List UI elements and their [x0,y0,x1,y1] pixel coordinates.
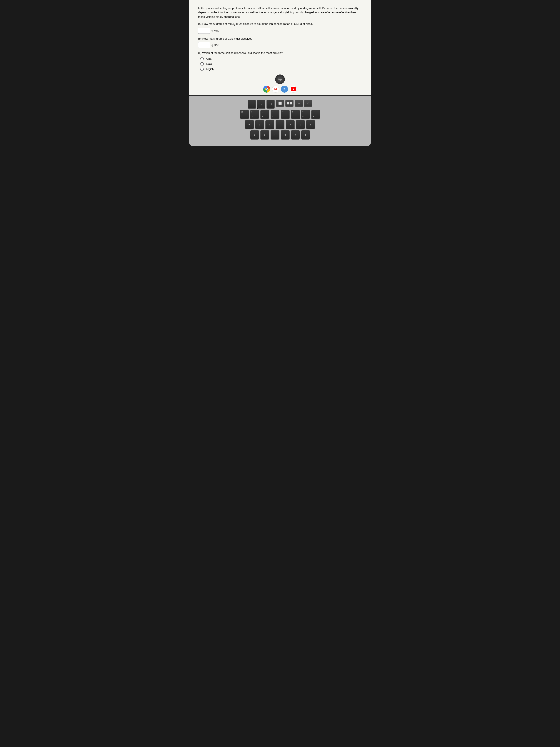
part-a-question: (a) How many grams of MgCl2 must dissolv… [198,22,362,26]
svg-point-2 [266,88,267,90]
key-4[interactable]: $ 4 [260,110,269,119]
key-r[interactable]: r [265,120,274,129]
label-nacl: NaCl [206,62,212,66]
key-row-function: ← → ↺ ⬜ ⬜⬜ ☼ ☼ [194,100,366,108]
key-2[interactable]: @ 2 [240,110,249,119]
key-window[interactable]: ⬜⬜ [285,100,294,107]
radio-nacl[interactable] [201,62,204,66]
key-3[interactable]: # 3 [250,110,259,119]
option-nacl[interactable]: NaCl [201,62,362,66]
key-e[interactable]: e [255,120,264,129]
key-9[interactable]: ( 9 [311,110,320,119]
key-brightness-up[interactable]: ☼ [304,100,313,107]
label-mgcl2: MgCl2 [206,68,214,71]
gmail-icon[interactable]: M [272,85,279,93]
part-c-question: (c) Which of the three salt solutions wo… [198,51,362,54]
radio-group: CaS NaCl MgCl2 [201,57,362,71]
hp-logo-area: hp [275,75,285,84]
key-row-home: s d f g h j [194,130,366,139]
key-s[interactable]: s [250,130,259,139]
key-row-qwerty: w e r t y u i [194,120,366,129]
radio-mgcl2[interactable] [201,68,204,71]
keyboard-area: ← → ↺ ⬜ ⬜⬜ ☼ ☼ @ 2 # 3 $ 4 % 5 ^ 6 & 7 [189,96,371,146]
key-5[interactable]: % 5 [271,110,279,119]
part-b-question: (b) How many grams of CaS must dissolve? [198,37,362,40]
key-8[interactable]: * 8 [301,110,310,119]
key-u[interactable]: u [296,120,305,129]
laptop-screen: In the process of salting-in, protein so… [189,0,371,96]
key-brightness-down[interactable]: ☼ [295,100,303,107]
part-a-input[interactable] [198,28,210,34]
key-row-numbers: @ 2 # 3 $ 4 % 5 ^ 6 & 7 * 8 ( 9 [194,110,366,119]
part-a-input-row: g MgCl2 [198,28,362,34]
key-t[interactable]: t [275,120,285,129]
radio-cas[interactable] [201,57,204,60]
key-back[interactable]: ← [247,100,256,108]
hp-logo: hp [275,75,285,84]
key-fullscreen[interactable]: ⬜ [276,100,284,107]
docs-icon[interactable]: ≡ [281,85,288,93]
key-i[interactable]: i [306,120,315,129]
key-f[interactable]: f [271,130,279,139]
key-forward[interactable]: → [257,100,265,108]
part-b-input-row: g CaS [198,42,362,48]
key-j[interactable]: j [301,130,310,139]
key-d[interactable]: d [260,130,269,139]
screen-dock: M ≡ [263,85,297,93]
key-6[interactable]: ^ 6 [281,110,290,119]
key-y[interactable]: y [286,120,295,129]
option-mgcl2[interactable]: MgCl2 [201,68,362,71]
intro-paragraph: In the process of salting-in, protein so… [198,6,362,19]
option-cas[interactable]: CaS [201,57,362,60]
key-w[interactable]: w [245,120,254,129]
key-7[interactable]: & 7 [291,110,300,119]
youtube-icon[interactable] [290,85,297,93]
key-g[interactable]: g [281,130,290,139]
label-cas: CaS [206,57,212,60]
key-refresh[interactable]: ↺ [266,100,275,108]
key-h[interactable]: h [291,130,300,139]
part-b-input[interactable] [198,42,210,48]
chrome-icon[interactable] [263,85,270,93]
part-a-unit: g MgCl2 [212,29,221,33]
part-b-unit: g CaS [212,43,219,47]
